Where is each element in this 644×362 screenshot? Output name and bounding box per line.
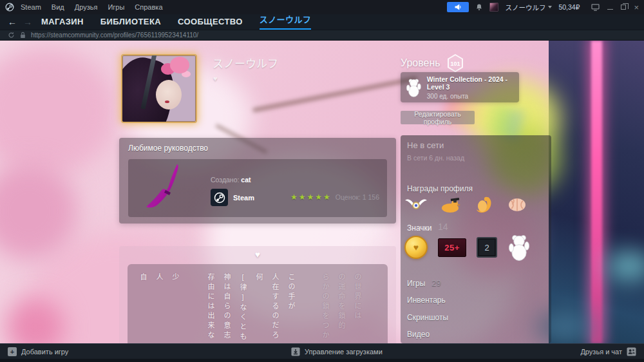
gummy-bear-badge[interactable] bbox=[507, 233, 531, 262]
lyrics-column: の運命を鎖的 bbox=[336, 273, 346, 343]
friends-chat-button[interactable]: Друзья и чат bbox=[580, 344, 636, 359]
level-2-badge[interactable]: 2 bbox=[477, 237, 497, 258]
lyrics-column: 何 bbox=[254, 273, 264, 343]
lyrics-column: の世界には bbox=[352, 273, 363, 343]
footer-bar: + Добавить игру Управление загрузками Др… bbox=[0, 343, 644, 362]
wings-award-icon[interactable] bbox=[404, 195, 428, 214]
profile-awards-label: Награды профиля bbox=[407, 184, 473, 193]
address-field[interactable]: https://steamcommunity.com/profiles/7656… bbox=[31, 32, 198, 39]
title-bar: Steam Вид Друзья Игры Справка スノーウルフ 50,… bbox=[0, 0, 644, 14]
manage-downloads-button[interactable]: Управление загрузками bbox=[291, 344, 383, 359]
badge-icons-row: ♥ 25+ 2 bbox=[404, 233, 531, 262]
friends-icon bbox=[627, 347, 636, 356]
star-rating: ★★★★★ bbox=[290, 193, 332, 202]
url-bar: https://steamcommunity.com/profiles/7656… bbox=[0, 30, 644, 41]
sidebar-item-screenshots[interactable]: Скриншоты bbox=[407, 313, 455, 322]
steam-client-window: Steam Вид Друзья Игры Справка スノーウルフ 50,… bbox=[0, 0, 644, 362]
refresh-icon[interactable] bbox=[8, 32, 15, 39]
nav-bar: ← → МАГАЗИН БИБЛИОТЕКА СООБЩЕСТВО スノーウルフ bbox=[0, 14, 644, 30]
featured-badge-xp: 300 ед. опыта bbox=[427, 93, 514, 100]
featured-badge-title: Winter Collection - 2024 - Level 3 bbox=[427, 75, 514, 91]
level-hexagon-badge: 101 bbox=[447, 54, 464, 72]
notifications-bell-icon[interactable] bbox=[475, 3, 483, 11]
back-arrow-icon[interactable]: ← bbox=[8, 17, 17, 27]
lock-icon bbox=[20, 32, 26, 39]
badges-count: 14 bbox=[438, 222, 448, 232]
last-online-text: В сети 6 дн. назад bbox=[407, 154, 464, 162]
lyrics-column: 人在するのだろ bbox=[270, 273, 280, 343]
menu-help[interactable]: Справка bbox=[129, 3, 167, 11]
guide-showcase[interactable]: Создано: cat Steam ★★★★★ Оценок: 1 156 bbox=[128, 159, 387, 217]
vertical-text-artwork[interactable]: 自 人 少 存由には出来な 神は自らの意志 [律]なくとも 何 人在するのだろ … bbox=[128, 264, 388, 343]
sidebar-item-inventory[interactable]: Инвентарь bbox=[407, 296, 452, 305]
minimize-button[interactable] bbox=[607, 9, 613, 10]
profile-avatar[interactable] bbox=[121, 54, 197, 123]
edit-profile-button[interactable]: Редактировать профиль bbox=[401, 111, 475, 124]
lyrics-column: 自 bbox=[138, 273, 148, 343]
restore-button[interactable] bbox=[621, 5, 626, 10]
svg-text:101: 101 bbox=[450, 61, 460, 67]
forward-arrow-icon[interactable]: → bbox=[23, 17, 32, 27]
titlebar-username[interactable]: スノーウルフ bbox=[505, 3, 552, 12]
lyrics-column: 少 bbox=[170, 273, 180, 343]
kangaroo-award-icon[interactable] bbox=[473, 195, 495, 215]
gummy-bear-icon bbox=[406, 75, 422, 100]
games-count: 29 bbox=[431, 278, 440, 288]
menu-games[interactable]: Игры bbox=[102, 3, 129, 11]
add-game-button[interactable]: + Добавить игру bbox=[8, 344, 68, 359]
favorite-guide-panel: Любимое руководство Создано: cat Steam ★… bbox=[119, 138, 396, 224]
lyrics-column: 存由には出来な bbox=[205, 273, 216, 343]
download-icon bbox=[291, 347, 300, 356]
guide-app-chip[interactable]: Steam bbox=[211, 189, 254, 206]
badges-label[interactable]: Значки bbox=[407, 224, 432, 233]
heart-icon: ♥ bbox=[213, 75, 218, 82]
wallet-balance[interactable]: 50,34₽ bbox=[558, 3, 580, 11]
mini-avatar[interactable] bbox=[489, 3, 498, 12]
lyrics-column: 人 bbox=[154, 273, 164, 343]
profile-name: スノーウルフ bbox=[213, 55, 278, 71]
gold-coin-badge[interactable]: ♥ bbox=[404, 236, 428, 259]
heart-icon: ♥ bbox=[119, 246, 396, 260]
lyrics-column: [律]なくとも bbox=[238, 273, 248, 343]
lyrics-column: この手が bbox=[286, 273, 296, 343]
tab-community[interactable]: СООБЩЕСТВО bbox=[178, 14, 243, 30]
guide-author-line: Создано: cat bbox=[211, 176, 251, 184]
knife-image bbox=[137, 160, 202, 216]
app-menu: Steam Вид Друзья Игры Справка bbox=[5, 3, 168, 12]
sidebar-item-videos[interactable]: Видео bbox=[407, 330, 436, 339]
guide-app-name: Steam bbox=[233, 194, 254, 202]
tab-profile[interactable]: スノーウルフ bbox=[260, 10, 311, 30]
tab-library[interactable]: БИБЛИОТЕКА bbox=[100, 14, 161, 30]
steam-app-icon bbox=[211, 189, 228, 206]
years-of-service-badge[interactable]: 25+ bbox=[438, 238, 466, 257]
big-picture-icon[interactable] bbox=[591, 4, 600, 11]
brain-award-icon[interactable] bbox=[506, 196, 528, 214]
sidebar-item-games[interactable]: Игры29 bbox=[407, 278, 441, 288]
plus-icon: + bbox=[8, 347, 17, 356]
announcements-button[interactable] bbox=[447, 2, 469, 12]
ratings-count: Оценок: 1 156 bbox=[336, 193, 379, 201]
lyrics-column: 神は自らの意志 bbox=[222, 273, 232, 343]
guide-panel-title: Любимое руководство bbox=[119, 138, 396, 157]
menu-steam[interactable]: Steam bbox=[15, 3, 46, 11]
profile-sidebar: Не в сети В сети 6 дн. назад Награды про… bbox=[401, 135, 551, 343]
online-status: Не в сети bbox=[407, 140, 444, 150]
menu-view[interactable]: Вид bbox=[46, 3, 70, 11]
steam-logo-icon bbox=[5, 3, 14, 12]
artwork-showcase-panel: ♥ 自 人 少 存由には出来な 神は自らの意志 [律]なくとも 何 人在するのだ… bbox=[119, 246, 396, 343]
chevron-down-icon bbox=[548, 6, 552, 8]
profile-page: スノーウルフ ♥ Уровень 101 Winter Co bbox=[0, 41, 644, 343]
graduate-duck-award-icon[interactable] bbox=[439, 195, 461, 214]
menu-friends[interactable]: Друзья bbox=[70, 3, 103, 11]
megaphone-icon bbox=[454, 3, 462, 11]
level-label: Уровень bbox=[401, 57, 440, 69]
award-icons-row bbox=[404, 195, 528, 215]
lyrics-column: らかの鎖をつか bbox=[320, 273, 330, 343]
silhouette-art bbox=[549, 41, 644, 343]
guide-author: cat bbox=[241, 176, 251, 184]
tab-store[interactable]: МАГАЗИН bbox=[41, 14, 84, 30]
featured-badge[interactable]: Winter Collection - 2024 - Level 3 300 е… bbox=[401, 72, 519, 102]
close-button[interactable]: × bbox=[634, 3, 639, 12]
